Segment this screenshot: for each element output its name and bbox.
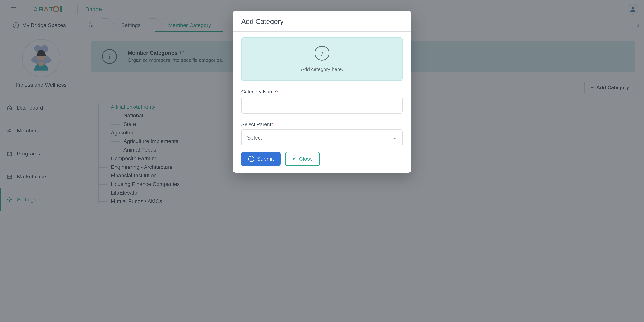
select-parent-label: Select Parent* (241, 122, 403, 128)
select-parent-dropdown[interactable]: Select ⌄ (241, 129, 403, 146)
add-category-modal: Add Category i Add category here. Catego… (233, 11, 411, 173)
chevron-down-icon: ⌄ (394, 135, 397, 140)
modal-title: Add Category (241, 18, 403, 26)
modal-info-panel: i Add category here. (241, 37, 403, 81)
info-icon: i (314, 46, 330, 61)
arrow-right-circle-icon: → (248, 156, 254, 162)
category-name-label: Category Name* (241, 89, 403, 95)
category-name-input[interactable] (241, 97, 403, 114)
submit-button[interactable]: → Submit (241, 152, 280, 166)
close-button[interactable]: ✕ Close (285, 152, 320, 166)
modal-info-text: Add category here. (301, 66, 343, 72)
modal-overlay[interactable]: Add Category i Add category here. Catego… (0, 0, 644, 322)
close-icon: ✕ (292, 156, 296, 162)
